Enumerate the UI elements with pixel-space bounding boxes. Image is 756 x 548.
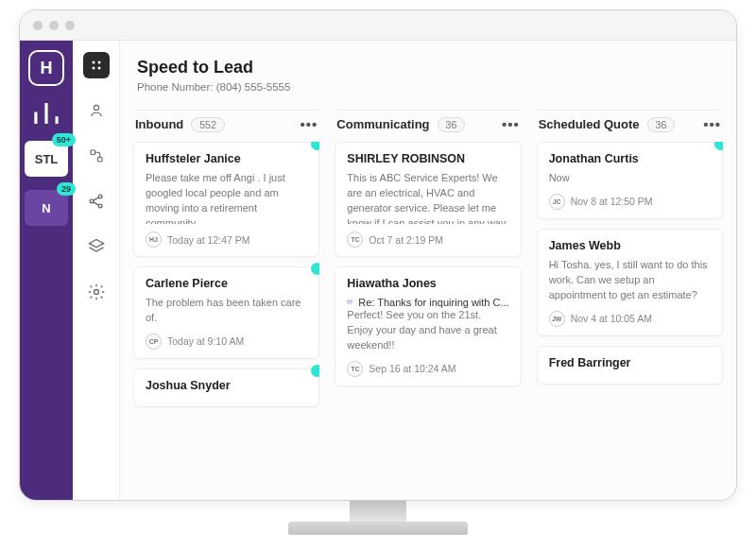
column-title: Communicating bbox=[336, 117, 429, 131]
column-menu-icon[interactable]: ••• bbox=[502, 116, 520, 132]
svg-point-7 bbox=[90, 199, 94, 203]
svg-point-8 bbox=[98, 195, 102, 198]
unread-dot-icon bbox=[714, 142, 723, 150]
card-body: Hi Tosha. yes, I still want to do this w… bbox=[549, 258, 711, 303]
lead-card[interactable]: Carlene PierceThe problem has been taken… bbox=[133, 266, 319, 359]
unread-dot-icon bbox=[311, 263, 319, 275]
kanban-column: Communicating 36 ••• SHIRLEY ROBINSONThi… bbox=[335, 110, 521, 500]
card-footer: JCNov 8 at 12:50 PM bbox=[549, 194, 711, 210]
unread-dot-icon bbox=[311, 142, 319, 150]
lead-card[interactable]: Joshua Snyder bbox=[133, 368, 319, 407]
workspace-tile-n[interactable]: N 29 bbox=[25, 190, 68, 226]
workspace-badge: 50+ bbox=[52, 133, 76, 146]
card-name: Carlene Pierce bbox=[146, 277, 307, 290]
svg-point-10 bbox=[94, 290, 98, 295]
column-title: Scheduled Quote bbox=[539, 117, 640, 131]
card-footer: TCSep 16 at 10:24 AM bbox=[347, 361, 508, 377]
window-control-close[interactable] bbox=[33, 21, 43, 30]
lead-card[interactable]: James WebbHi Tosha. yes, I still want to… bbox=[537, 229, 723, 336]
svg-point-0 bbox=[92, 61, 94, 64]
column-header: Communicating 36 ••• bbox=[335, 110, 521, 142]
card-body: Please take me off Angi . I just googled… bbox=[146, 171, 307, 224]
card-name: James Webb bbox=[549, 239, 711, 252]
card-list: Jonathan CurtisNowJCNov 8 at 12:50 PMJam… bbox=[537, 142, 723, 500]
card-body: The problem has been taken care of. bbox=[146, 296, 307, 326]
svg-rect-6 bbox=[97, 158, 102, 163]
svg-point-9 bbox=[98, 204, 102, 208]
settings-icon[interactable] bbox=[83, 279, 110, 305]
card-name: SHIRLEY ROBINSON bbox=[347, 152, 508, 165]
column-menu-icon[interactable]: ••• bbox=[703, 116, 721, 132]
card-time: Today at 12:47 PM bbox=[167, 234, 250, 246]
layers-icon[interactable] bbox=[83, 233, 110, 260]
share-icon[interactable] bbox=[83, 188, 110, 214]
avatar: JC bbox=[549, 194, 565, 210]
svg-point-4 bbox=[94, 105, 98, 110]
card-body: This is ABC Service Experts! We are an e… bbox=[347, 171, 508, 224]
card-body: Now bbox=[549, 171, 711, 186]
secondary-rail bbox=[73, 41, 120, 500]
svg-point-2 bbox=[92, 67, 94, 70]
card-name: Hiawatha Jones bbox=[347, 277, 508, 290]
unread-dot-icon bbox=[311, 365, 319, 377]
lead-card[interactable]: Hiawatha JonesRe: Thanks for inquiring w… bbox=[335, 266, 521, 386]
app-window: H STL 50+ N 29 bbox=[19, 9, 737, 501]
card-time: Today at 9:10 AM bbox=[167, 335, 244, 347]
card-name: Huffsteler Janice bbox=[146, 152, 307, 165]
svg-rect-11 bbox=[348, 300, 352, 303]
card-name: Fred Barringer bbox=[549, 356, 711, 369]
column-count: 36 bbox=[438, 117, 466, 132]
monitor-stand bbox=[317, 501, 439, 535]
lead-card[interactable]: Huffsteler JanicePlease take me off Angi… bbox=[133, 142, 319, 257]
avatar: JW bbox=[549, 311, 565, 327]
workspace-tile-stl[interactable]: STL 50+ bbox=[25, 141, 68, 177]
user-icon[interactable] bbox=[83, 97, 110, 124]
svg-point-1 bbox=[97, 61, 100, 64]
avatar: TC bbox=[347, 361, 363, 377]
window-control-max[interactable] bbox=[65, 21, 75, 30]
column-header: Scheduled Quote 36 ••• bbox=[537, 110, 723, 142]
card-time: Nov 8 at 12:50 PM bbox=[571, 196, 653, 207]
card-list: Huffsteler JanicePlease take me off Angi… bbox=[133, 142, 319, 500]
page-header: Speed to Lead Phone Number: (804) 555-55… bbox=[120, 41, 736, 104]
lead-card[interactable]: SHIRLEY ROBINSONThis is ABC Service Expe… bbox=[335, 142, 521, 257]
workspace-badge: 29 bbox=[57, 182, 76, 196]
card-name: Jonathan Curtis bbox=[549, 152, 711, 165]
workflow-icon[interactable] bbox=[83, 143, 110, 169]
card-footer: HJToday at 12:47 PM bbox=[146, 231, 307, 248]
board-view-icon[interactable] bbox=[83, 52, 110, 78]
card-footer: CPToday at 9:10 AM bbox=[146, 334, 307, 350]
card-footer: TCOct 7 at 2:19 PM bbox=[347, 231, 508, 248]
column-count: 552 bbox=[191, 117, 225, 132]
card-subject: Re: Thanks for inquiring with C... bbox=[347, 296, 508, 308]
primary-sidebar: H STL 50+ N 29 bbox=[20, 41, 73, 500]
avatar: TC bbox=[347, 231, 363, 248]
main-panel: Speed to Lead Phone Number: (804) 555-55… bbox=[120, 41, 736, 500]
analytics-icon[interactable] bbox=[28, 99, 64, 128]
avatar: HJ bbox=[146, 231, 162, 248]
card-footer: JWNov 4 at 10:05 AM bbox=[549, 311, 711, 327]
card-time: Sep 16 at 10:24 AM bbox=[369, 363, 455, 374]
kanban-column: Inbound 552 ••• Huffsteler JanicePlease … bbox=[133, 110, 319, 500]
column-header: Inbound 552 ••• bbox=[133, 110, 319, 142]
workspace-tile-label: N bbox=[42, 201, 50, 215]
app-logo[interactable]: H bbox=[28, 50, 64, 86]
workspace-tile-label: STL bbox=[35, 152, 59, 166]
card-body: Perfect! See you on the 21st. Enjoy your… bbox=[347, 308, 508, 353]
lead-card[interactable]: Jonathan CurtisNowJCNov 8 at 12:50 PM bbox=[537, 142, 723, 219]
window-titlebar bbox=[20, 10, 736, 41]
column-count: 36 bbox=[647, 117, 676, 132]
kanban-board: Inbound 552 ••• Huffsteler JanicePlease … bbox=[120, 104, 736, 500]
window-control-min[interactable] bbox=[49, 21, 59, 30]
kanban-column: Scheduled Quote 36 ••• Jonathan CurtisNo… bbox=[537, 110, 723, 500]
column-menu-icon[interactable]: ••• bbox=[301, 116, 318, 132]
mail-icon bbox=[347, 296, 352, 308]
column-title: Inbound bbox=[135, 117, 183, 131]
card-list: SHIRLEY ROBINSONThis is ABC Service Expe… bbox=[335, 142, 521, 500]
lead-card[interactable]: Fred Barringer bbox=[537, 346, 723, 385]
card-time: Nov 4 at 10:05 AM bbox=[571, 313, 652, 324]
card-name: Joshua Snyder bbox=[146, 379, 307, 392]
page-subtitle: Phone Number: (804) 555-5555 bbox=[137, 81, 719, 93]
card-time: Oct 7 at 2:19 PM bbox=[369, 234, 443, 246]
page-title: Speed to Lead bbox=[137, 58, 719, 77]
